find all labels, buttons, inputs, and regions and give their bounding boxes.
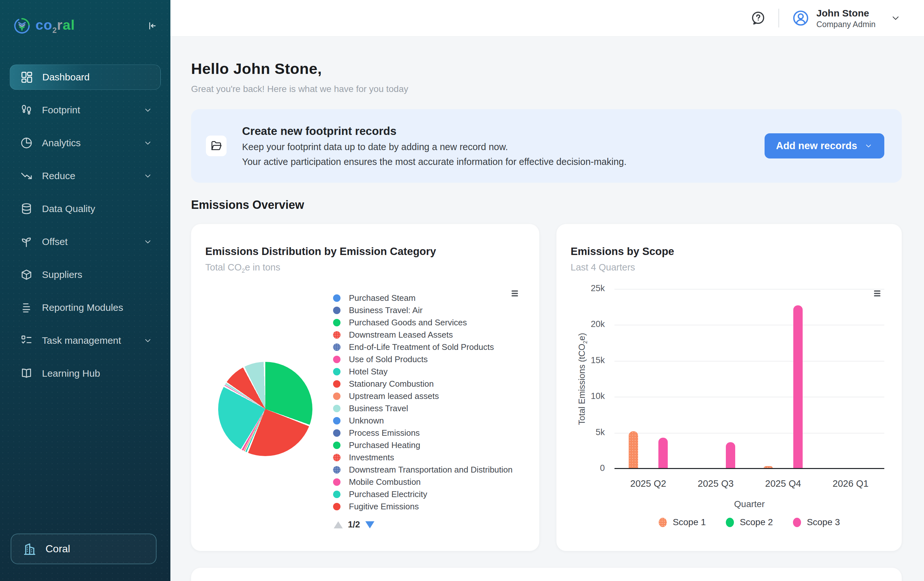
legend-page-indicator: 1/2	[348, 520, 360, 530]
legend-swatch	[333, 442, 340, 449]
sidebar-item-reduce[interactable]: Reduce	[10, 163, 161, 188]
legend-swatch	[333, 454, 340, 461]
footprint-icon	[20, 104, 33, 117]
legend-item-downstream-transportation-and-distribution[interactable]: Downstream Transportation and Distributi…	[333, 464, 513, 476]
legend-label: Purchased Steam	[349, 293, 416, 303]
chevron-down-icon	[864, 142, 873, 150]
legend-item-unknown[interactable]: Unknown	[333, 414, 513, 427]
legend-item-stationary-combustion[interactable]: Stationary Combustion	[333, 378, 513, 390]
legend-item-purchased-steam[interactable]: Purchased Steam	[333, 292, 513, 304]
legend-item-downstream-leased-assets[interactable]: Downstream Leased Assets	[333, 328, 513, 341]
legend-item-use-of-sold-products[interactable]: Use of Sold Products	[333, 353, 513, 365]
sidebar-item-learning-hub[interactable]: Learning Hub	[10, 361, 161, 386]
legend-item-purchased-goods-and-services[interactable]: Purchased Goods and Services	[333, 316, 513, 328]
legend-next-icon[interactable]	[365, 521, 375, 528]
legend-item-hotel-stay[interactable]: Hotel Stay	[333, 365, 513, 378]
create-records-banner: Create new footprint records Keep your f…	[191, 109, 902, 183]
reduce-icon	[20, 170, 33, 182]
sidebar-item-data-quality[interactable]: Data Quality	[10, 196, 161, 221]
chevron-down-icon	[143, 237, 152, 246]
banner-line-2: Your active participation ensures the mo…	[242, 157, 627, 167]
bar-chart-card: Emissions by Scope Last 4 Quarters Total…	[556, 224, 902, 551]
pie-legend: Purchased SteamBusiness Travel: AirPurch…	[333, 292, 513, 513]
legend-item-business-travel-air[interactable]: Business Travel: Air	[333, 304, 513, 316]
legend-item-mobile-combustion[interactable]: Mobile Combustion	[333, 476, 513, 488]
add-new-records-button[interactable]: Add new records	[765, 133, 884, 158]
sidebar-item-label: Task management	[42, 335, 121, 346]
legend-label: Unknown	[349, 416, 384, 426]
sidebar-collapse-icon[interactable]	[147, 20, 157, 31]
legend-swatch	[793, 518, 801, 527]
legend-swatch	[333, 319, 340, 326]
sidebar-item-label: Learning Hub	[42, 368, 100, 379]
legend-label: Business Travel: Air	[349, 305, 422, 315]
legend-item-fugitive-emissions[interactable]: Fugitive Emissions	[333, 500, 513, 513]
org-switcher[interactable]: Coral	[11, 533, 157, 564]
bar-card-title: Emissions by Scope	[571, 245, 888, 257]
y-axis-tick: 15k	[566, 355, 605, 365]
legend-swatch	[333, 368, 340, 375]
sidebar-item-dashboard[interactable]: Dashboard	[10, 64, 161, 90]
sidebar-item-suppliers[interactable]: Suppliers	[10, 262, 161, 287]
bar-card-subtitle: Last 4 Quarters	[571, 262, 888, 273]
top-bar: John Stone Company Admin	[170, 0, 924, 36]
legend-item-purchased-heating[interactable]: Purchased Heating	[333, 439, 513, 451]
legend-label: Upstream leased assets	[349, 391, 439, 401]
legend-item-business-travel[interactable]: Business Travel	[333, 402, 513, 414]
y-axis-tick: 5k	[566, 427, 605, 437]
bar-legend-item-scope-3[interactable]: Scope 3	[793, 517, 840, 527]
legend-swatch	[333, 393, 340, 400]
legend-item-investments[interactable]: Investments	[333, 451, 513, 464]
bar-legend-item-scope-2[interactable]: Scope 2	[726, 517, 773, 527]
brand-wordmark: co2ral	[36, 17, 75, 35]
legend-item-process-emissions[interactable]: Process Emissions	[333, 427, 513, 439]
legend-swatch	[333, 490, 340, 498]
user-info[interactable]: John Stone Company Admin	[817, 7, 876, 29]
sidebar-item-footprint[interactable]: Footprint	[10, 97, 161, 123]
legend-item-end-of-life-treatment-of-sold-products[interactable]: End-of-Life Treatment of Sold Products	[333, 341, 513, 353]
legend-item-purchased-electricity[interactable]: Purchased Electricity	[333, 488, 513, 500]
sidebar-item-label: Reporting Modules	[42, 302, 123, 313]
next-section-card	[191, 568, 902, 581]
legend-label: Downstream Leased Assets	[349, 330, 453, 340]
help-icon[interactable]	[750, 10, 766, 26]
add-new-records-label: Add new records	[776, 140, 858, 152]
sidebar-item-offset[interactable]: Offset	[10, 229, 161, 254]
org-name: Coral	[46, 543, 70, 555]
legend-swatch	[659, 518, 667, 527]
legend-swatch	[333, 429, 340, 437]
user-avatar-icon[interactable]	[791, 9, 810, 27]
bar-scope-1-2025-q2	[629, 431, 638, 469]
user-name: John Stone	[817, 7, 876, 19]
legend-prev-icon[interactable]	[334, 521, 343, 528]
legend-item-upstream-leased-assets[interactable]: Upstream leased assets	[333, 390, 513, 402]
bar-legend-item-scope-1[interactable]: Scope 1	[659, 517, 706, 527]
legend-swatch	[333, 479, 340, 486]
legend-label: Mobile Combustion	[349, 477, 421, 487]
learning-icon	[20, 367, 33, 380]
legend-swatch	[333, 307, 340, 314]
logo-row: co2ral	[0, 0, 170, 35]
sidebar-item-label: Offset	[42, 236, 68, 247]
legend-swatch	[333, 294, 340, 302]
legend-label: Purchased Electricity	[349, 489, 427, 499]
sidebar-item-task-management[interactable]: Task management	[10, 328, 161, 353]
sidebar-item-label: Data Quality	[42, 203, 95, 214]
sidebar-item-reporting-modules[interactable]: Reporting Modules	[10, 295, 161, 320]
legend-label: Scope 1	[673, 517, 706, 527]
bar-x-axis-label: Quarter	[614, 499, 884, 509]
legend-swatch	[333, 417, 340, 424]
x-axis-tick: 2025 Q3	[680, 479, 751, 489]
legend-label: Process Emissions	[349, 428, 420, 438]
suppliers-icon	[20, 268, 33, 281]
x-axis-tick: 2026 Q1	[815, 479, 886, 489]
user-menu-chevron-icon[interactable]	[891, 13, 901, 23]
sidebar-item-analytics[interactable]: Analytics	[10, 130, 161, 155]
legend-swatch	[333, 466, 340, 474]
legend-label: Purchased Heating	[349, 440, 420, 450]
sidebar-item-label: Suppliers	[42, 269, 82, 280]
pie-card-title: Emissions Distribution by Emission Categ…	[205, 245, 525, 257]
header-divider	[779, 9, 779, 27]
legend-label: Scope 2	[740, 517, 773, 527]
legend-swatch	[333, 331, 340, 338]
